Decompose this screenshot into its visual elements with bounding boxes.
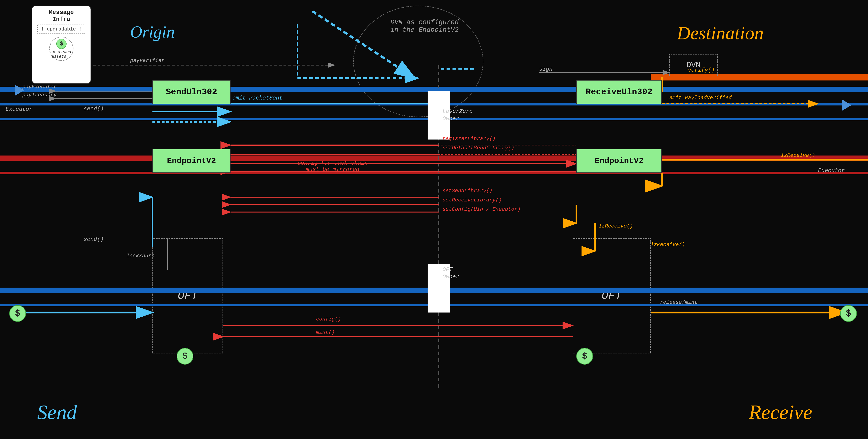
destination-label: Destination — [677, 22, 764, 44]
origin-label: Origin — [130, 22, 175, 41]
dollar-node-oft-left: $ — [177, 348, 193, 364]
mint-call-text: mint() — [316, 329, 335, 335]
upgradable-label: ! upgradable ! — [37, 25, 85, 34]
emit-payload-verified-text: emit PayloadVerified — [669, 95, 732, 100]
dollar-node-left: $ — [9, 305, 26, 322]
set-default-send-text: setDefaultSendLibrary() — [442, 145, 514, 151]
register-library-text: registerLibrary() — [442, 136, 496, 142]
message-infra-title: MessageInfra — [49, 9, 74, 23]
layerzero-owner-text: LayerZero Owner — [442, 108, 472, 122]
escrowed-label: escrowedassets — [52, 50, 71, 59]
send-call-top-text: send() — [84, 106, 104, 112]
dollar-node-right: $ — [840, 305, 857, 322]
lz-receive-right-text: lzReceive() — [781, 152, 815, 158]
dollar-icon-infra: $ — [56, 39, 67, 49]
set-send-library-text: setSendLibrary() — [442, 188, 493, 194]
release-mint-text: release/mint — [660, 299, 698, 305]
config-call-text: config() — [316, 316, 341, 322]
message-infra-box: MessageInfra ! upgradable ! $ escrowedas… — [32, 6, 91, 84]
oft-owner-text: OFT Owner — [442, 266, 459, 281]
escrowed-circle: $ escrowedassets — [49, 37, 73, 61]
oft-box-left: OFT — [152, 238, 223, 353]
send-label: Send — [37, 401, 77, 424]
lz-receive-bottom-text: lzReceive() — [599, 223, 633, 229]
sign-text: sign — [539, 66, 553, 72]
set-config-text: setConfig(Uln / Executor) — [442, 206, 521, 212]
dollar-node-oft-right: $ — [576, 348, 593, 364]
send-call-bottom-text: send() — [84, 236, 104, 242]
dvn-circle-label: DVN as configured in the EndpointV2 — [391, 19, 459, 34]
verify-text: verify() — [688, 67, 715, 73]
config-mirror-text: config for each chain must be mirrored — [298, 160, 368, 173]
endpoint-v2-left: EndpointV2 — [152, 149, 230, 173]
executor-right-text: Executor — [818, 168, 845, 174]
pay-treasury-text: payTreasury — [22, 92, 57, 98]
triangle-right-indicator — [842, 99, 851, 111]
receive-uln-box: ReceiveUln302 — [576, 80, 662, 104]
lz-receive3-text: lzReceive() — [651, 242, 685, 247]
diagram-container: Origin Destination Send Receive MessageI… — [0, 0, 868, 439]
oft-box-right: OFT — [572, 238, 651, 353]
endpoint-v2-right: EndpointV2 — [576, 149, 662, 173]
send-uln-box: SendUln302 — [152, 80, 230, 104]
pay-verifier-text: payVerifier — [130, 58, 164, 63]
oft-label-left: OFT — [178, 289, 198, 302]
emit-packet-sent-text: emit PacketSent — [232, 95, 283, 101]
lock-burn-text: lock/burn — [126, 253, 154, 259]
receive-label: Receive — [749, 401, 812, 424]
set-receive-library-text: setReceiveLibrary() — [442, 197, 502, 203]
oft-label-right: OFT — [601, 289, 622, 302]
executor-left-text: Executor — [6, 106, 32, 112]
pay-executor-text: payExecutor — [22, 84, 57, 90]
